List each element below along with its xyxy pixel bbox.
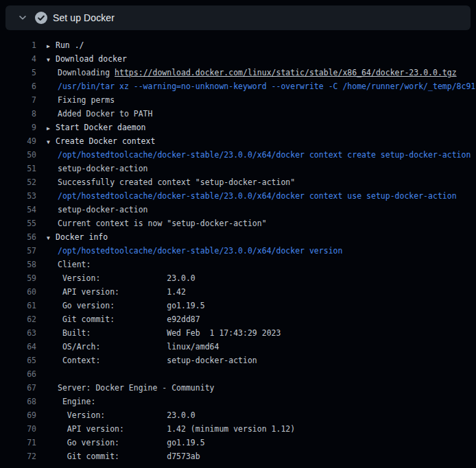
chevron-down-icon[interactable] [18,13,27,23]
line-number[interactable]: 63 [0,326,36,340]
line-number[interactable]: 56 [0,230,36,244]
group-collapsed-icon[interactable]: ▶ [47,122,56,136]
log-text: Successfully created context "setup-dock… [58,175,295,189]
log-lines: 1▶Run ./4▼Download docker5Downloading ht… [0,30,476,463]
log-line: 70 API version: 1.42 (minimum version 1.… [0,422,476,436]
log-line: 67Server: Docker Engine - Community [0,381,476,395]
line-number[interactable]: 58 [0,258,36,271]
log-group-line[interactable]: 56▼Docker info [0,230,476,244]
log-link[interactable]: https://download.docker.com/linux/static… [115,68,457,77]
log-text: Current context is now "setup-docker-act… [58,217,267,230]
log-line: 7Fixing perms [0,93,476,107]
log-text: Version: 23.0.0 [58,408,195,422]
log-line: 53/opt/hostedtoolcache/docker-stable/23.… [0,189,476,203]
line-number[interactable]: 5 [0,66,36,79]
check-circle-icon [35,12,47,24]
log-line: 71 Go version: go1.19.5 [0,436,476,449]
line-number[interactable]: 8 [0,107,36,121]
log-line: 57/opt/hostedtoolcache/docker-stable/23.… [0,244,476,258]
line-number[interactable]: 62 [0,312,36,326]
line-number[interactable]: 60 [0,285,36,299]
step-title: Set up Docker [53,12,115,23]
line-number[interactable]: 51 [0,162,36,175]
line-number[interactable]: 69 [0,408,36,422]
log-line: 61 Go version: go1.19.5 [0,299,476,312]
log-line: 65 Context: setup-docker-action [0,354,476,367]
log-command: /opt/hostedtoolcache/docker-stable/23.0.… [58,244,342,258]
line-number[interactable]: 65 [0,354,36,367]
line-number[interactable]: 6 [0,79,36,93]
log-text: Git commit: d7573ab [58,449,200,463]
log-line: 68 Engine: [0,395,476,408]
log-line: 5Downloading https://download.docker.com… [0,66,476,79]
log-command: /opt/hostedtoolcache/docker-stable/23.0.… [58,148,471,162]
group-title: Docker info [56,232,108,242]
log-text: Server: Docker Engine - Community [58,381,214,395]
line-number[interactable]: 70 [0,422,36,436]
log-command: /opt/hostedtoolcache/docker-stable/23.0.… [58,189,457,203]
line-number[interactable]: 9 [0,121,36,134]
log-text: Version: 23.0.0 [58,271,195,285]
log-line: 51setup-docker-action [0,162,476,175]
step-header[interactable]: Set up Docker [5,5,471,30]
line-number[interactable]: 50 [0,148,36,162]
line-number[interactable]: 68 [0,395,36,408]
line-number[interactable]: 61 [0,299,36,312]
line-number[interactable]: 57 [0,244,36,258]
line-number[interactable]: 67 [0,381,36,395]
log-text: API version: 1.42 [58,285,186,299]
log-text: API version: 1.42 (minimum version 1.12) [58,422,295,436]
line-number[interactable]: 53 [0,189,36,203]
group-expanded-icon[interactable]: ▼ [47,232,56,245]
group-collapsed-icon[interactable]: ▶ [47,40,56,53]
log-text: setup-docker-action [58,203,148,217]
log-text: Client: [58,258,91,271]
line-number[interactable]: 71 [0,436,36,449]
line-number[interactable]: 55 [0,217,36,230]
line-number[interactable]: 49 [0,134,36,148]
line-number[interactable]: 4 [0,52,36,66]
group-title: Create Docker context [56,136,155,146]
log-text: Added Docker to PATH [58,107,152,121]
line-number[interactable]: 64 [0,340,36,354]
log-text: Go version: go1.19.5 [58,299,205,312]
log-line: 8Added Docker to PATH [0,107,476,121]
log-text: Engine: [58,395,95,408]
log-text: Built: Wed Feb 1 17:43:29 2023 [58,326,281,340]
log-group-line[interactable]: 49▼Create Docker context [0,134,476,148]
log-command: /usr/bin/tar xz --warning=no-unknown-key… [58,79,475,93]
group-title: Run ./ [56,40,84,50]
log-line: 54setup-docker-action [0,203,476,217]
log-text: setup-docker-action [58,162,148,175]
log-group-line[interactable]: 1▶Run ./ [0,38,476,52]
group-title: Start Docker daemon [56,123,146,132]
log-text: Downloading https://download.docker.com/… [58,66,457,79]
log-line: 59 Version: 23.0.0 [0,271,476,285]
line-number[interactable]: 72 [0,449,36,463]
group-expanded-icon[interactable]: ▼ [47,53,56,67]
log-line: 6/usr/bin/tar xz --warning=no-unknown-ke… [0,79,476,93]
log-text: Fixing perms [58,93,115,107]
log-text: Context: setup-docker-action [58,354,257,367]
line-number[interactable]: 66 [0,367,36,381]
line-number[interactable]: 52 [0,175,36,189]
log-line: 72 Git commit: d7573ab [0,449,476,463]
log-line: 58Client: [0,258,476,271]
log-line: 55Current context is now "setup-docker-a… [0,217,476,230]
log-text: Go version: go1.19.5 [58,436,205,449]
log-group-line[interactable]: 9▶Start Docker daemon [0,121,476,134]
line-number[interactable]: 7 [0,93,36,107]
log-line: 66 [0,367,476,381]
group-title: Download docker [56,54,127,64]
log-line: 64 OS/Arch: linux/amd64 [0,340,476,354]
line-number[interactable]: 59 [0,271,36,285]
log-line: 50/opt/hostedtoolcache/docker-stable/23.… [0,148,476,162]
log-line: 62 Git commit: e92dd87 [0,312,476,326]
group-expanded-icon[interactable]: ▼ [47,136,56,149]
line-number[interactable]: 54 [0,203,36,217]
log-text: Git commit: e92dd87 [58,312,200,326]
log-line: 63 Built: Wed Feb 1 17:43:29 2023 [0,326,476,340]
log-line: 69 Version: 23.0.0 [0,408,476,422]
line-number[interactable]: 1 [0,38,36,52]
log-group-line[interactable]: 4▼Download docker [0,52,476,66]
